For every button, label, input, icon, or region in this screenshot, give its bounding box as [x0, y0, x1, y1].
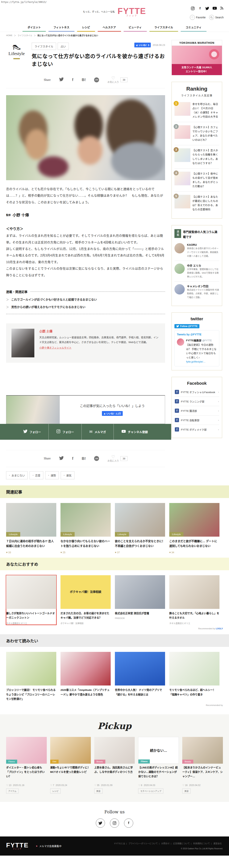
twitter-share-icon[interactable]	[59, 456, 64, 461]
hatena-share-icon[interactable]: B!	[82, 78, 86, 82]
ranking-item[interactable]: 2 【心理テスト】カフェで行っているいちごフェア、あなたが食べたいのはどれ？	[175, 122, 219, 145]
card-tag[interactable]: モチベーションアップ	[138, 788, 163, 794]
hashtag[interactable]: ●恋愛	[30, 471, 43, 479]
hashtag[interactable]: ●おまじない	[6, 471, 28, 479]
serial-author[interactable]: 中井 エリカ大学卒業後、管理栄養士として社員食堂に勤務。SNSで発信する簡単レシ…	[175, 261, 219, 281]
article-tag-uranai[interactable]: 占い	[58, 42, 69, 50]
youtube-subscribe-button[interactable]: チャンネル登録	[114, 424, 156, 440]
ranking-item[interactable]: 5 【心理テスト】あなたが最初に目にしたものは？答えでわかる、あなたの恋愛傾向	[175, 192, 219, 215]
author-photo	[11, 329, 34, 358]
hatena-share-icon[interactable]: B!	[82, 456, 86, 461]
site-logo[interactable]: FYTTEフィッテ	[118, 7, 146, 17]
twitter-follow-button[interactable]: フォロー	[16, 424, 48, 440]
footer-logo[interactable]: FYTTEフィッテ	[6, 842, 29, 850]
sidebar-ad-banner[interactable]: YOKOHAMA MARATHON 女性ランナー先着 10,000人エントリー受…	[171, 40, 222, 75]
related-article-card[interactable]: Lifestyle このままだと彼が不機嫌に… デートに遅刻しても叱られないおま…	[169, 503, 220, 554]
twitter-share-icon[interactable]	[59, 77, 64, 83]
nav-item-fitness[interactable]: フィットネス	[48, 24, 74, 32]
footer-link[interactable]: 運営会社	[213, 842, 222, 845]
breadcrumb-home[interactable]: HOME	[6, 34, 12, 36]
card-tag[interactable]: 美容	[182, 788, 191, 794]
author-name-link[interactable]: 小野 十傳	[39, 330, 52, 333]
rss-icon[interactable]	[220, 6, 224, 10]
pickup-card[interactable]: Beauty 上野水香さん、浅田真央さんに学ぶ、しなやか美ボディのつくり方 ♡ …	[94, 737, 135, 794]
instagram-follow-button[interactable]: フォロー	[48, 424, 81, 440]
nav-item-lifestyle[interactable]: ライフスタイル	[149, 24, 178, 32]
cta-like-button[interactable]: 👍︎ いいね！2.2万	[102, 411, 122, 416]
facebook-share-icon[interactable]: f	[72, 456, 73, 461]
ranking-item[interactable]: 1 幸せを呼び込む、毎日占い！【４月15日（水）の運勢】＃キャメレオン竹田の大予…	[175, 99, 219, 122]
recommend-ad-card[interactable]: 株式会社正林堂 津田氏が登壇 PRIDOOR	[115, 575, 165, 625]
related-link[interactable]: ＞男性からの誘いが増えるかも!?モテモテになるおまじない	[6, 305, 165, 309]
article-title: 気になって仕方がない恋のライバルを彼から遠ざけるおまじない	[32, 53, 165, 68]
read-together-card[interactable]: 世界中から大人気！ ドイツ発のアプリで「続ける」を叶える秘訣とは	[115, 652, 165, 701]
footer-link[interactable]: お問合せ	[161, 842, 170, 845]
recommend-ad-card[interactable]: 飾ることも大切です。「心地よい暮らし」を叶えるタオル タオル直販店ヒオリエ	[169, 575, 220, 625]
read-together-card[interactable]: 2020春コスメ「Amplitude（アンプリチュード）」鮮やかで澄み渡るような…	[61, 652, 111, 701]
recommended-by-logly[interactable]: Recommended by LOGLY	[6, 627, 223, 632]
facebook-page-link[interactable]: fFYTTE ボディメイク部›	[175, 425, 219, 434]
nav-item-recipe[interactable]: レシピ	[77, 24, 95, 32]
ranking-item[interactable]: 3 【心理テスト】恋人からもらった指輪を無くしてしまいました。あなたはどうする？	[175, 145, 219, 168]
pickup-card[interactable]: Diet 運動×ちょいキツで燃焼ボディに！ MCTオイルを使った朝食レシピ ♡ …	[50, 737, 91, 794]
footer-link[interactable]: 利用規約について	[193, 842, 210, 845]
nav-item-healthcare[interactable]: ヘルスケア	[98, 24, 121, 32]
read-together-card[interactable]: モリモリ食べられるほど、超ヘルシー！「塩麹キャベツ」の作り置き	[169, 652, 220, 701]
facebook-page-link[interactable]: fFYTTE 自転車部›	[175, 415, 219, 425]
related-article-card[interactable]: Lifestyle ７日以内に運命の相手が現れる!? 恋人候補に出会うためのおま…	[6, 503, 56, 554]
card-tag[interactable]: 美容	[94, 788, 103, 794]
recommend-ad-card[interactable]: ボクキャバ嬢！法律相談 だまされた次の日、お客の届けを済ませたキャバ嬢。法律でど…	[61, 575, 111, 625]
hashtag[interactable]: ●運気	[61, 471, 74, 479]
footer-link[interactable]: プライバシーポリシーについて	[128, 842, 158, 845]
facebook-share-icon[interactable]: f	[72, 78, 73, 82]
facebook-page-link[interactable]: fFYTTE オフィシャルFacebook›	[175, 388, 219, 397]
twitter-icon[interactable]	[96, 818, 105, 828]
footer-link[interactable]: FYTTEとは	[114, 842, 125, 845]
card-tag[interactable]: レシピ	[50, 788, 61, 794]
serial-author[interactable]: キャメレオン竹田株式会社トウメイ人間製作所 代表取締役。占術家、作家、画家として…	[175, 281, 219, 302]
search-button[interactable]: Search	[209, 15, 224, 20]
youtube-icon[interactable]	[213, 6, 217, 10]
line-share-icon[interactable]: LINE	[94, 456, 99, 461]
card-tag[interactable]: アイテム	[6, 788, 18, 794]
line-share-icon[interactable]: LINE	[94, 78, 99, 82]
nav-item-community[interactable]: コミュニティ	[181, 24, 206, 32]
related-article-card[interactable]: Lifestyle なかなか振り向いてもらえない彼のハートを独り占めにするおまじ…	[61, 503, 111, 554]
ranking-item[interactable]: 4 【心理テスト】夜中にもの音がして目が覚めました。あなたがとった行動は？	[175, 168, 219, 192]
twitter-follow-pill[interactable]: Follow @FYTTE	[175, 324, 199, 328]
footer-link[interactable]: 広告掲載について	[173, 842, 190, 845]
nav-item-beauty[interactable]: ビューティ	[124, 24, 147, 32]
nav-item-diet[interactable]: ダイエット	[23, 24, 46, 32]
instagram-icon[interactable]	[110, 818, 119, 828]
breadcrumb-section[interactable]: ライフスタイル	[17, 34, 32, 37]
related-link[interactable]: ＞これでゴールインが近づくかも!?好きな人と結婚できるおまじない	[6, 297, 165, 301]
tweet-link[interactable]: fytte.jp/lifestyle/…	[186, 360, 205, 363]
article-tag-lifestyle[interactable]: ライフスタイル	[32, 42, 56, 50]
favorite-heart-button[interactable]: ♡お気に入り	[108, 76, 119, 84]
read-together-card[interactable]: ブロッコリーで腸活！ モリモリ食べられるちょう活レシピ「ブロッコリーのハニーレモ…	[6, 652, 56, 701]
pickup-card[interactable]: Fitness ダイエッター・筋トレ初心者も「プロテイン」をとったほうがいい？ …	[6, 737, 47, 794]
facebook-page-link[interactable]: fFYTTE ランニング部›	[175, 397, 219, 406]
share-row-top: Share f B! LINE ♡お気に入り 38	[6, 71, 165, 88]
facebook-icon[interactable]: f	[198, 6, 202, 10]
related-article-card[interactable]: Lifestyle 彼のことを支えられるか不安なときに！不思議と自信がつくおまじ…	[115, 503, 165, 554]
recommend-ad-card-selected[interactable]: 優しさが気持ちいいハイトーンゴールドオーガニックコットン タオル直販店ヒオリエ	[6, 575, 56, 625]
pickup-card[interactable]: Beauty 【松本まりかさんのインナービューティ】保湿ケア、スキンケア、シャン…	[182, 737, 223, 794]
pickup-card[interactable]: 続かない…Fitness 【LINEの美ボディレッスン#6】続かない…運動のモチ…	[138, 737, 179, 794]
twitter-widget[interactable]: Tweets by @FYTTE FYTTE編集部 @FYTTE 【毎日更新】今…	[175, 330, 219, 366]
hashtag[interactable]: ●運勢	[45, 471, 59, 479]
author-site-link[interactable]: 小野十傳オフィシャルサイト	[39, 346, 72, 349]
tweets-by-link[interactable]: Tweets by @FYTTE	[177, 333, 201, 336]
card-date: 2020.04.02	[189, 784, 200, 786]
facebook-like-button[interactable]: 👍︎ いいね！5	[135, 42, 151, 48]
facebook-page-link[interactable]: fFYTTE 腸活部›	[175, 406, 219, 415]
instagram-icon[interactable]	[191, 6, 195, 10]
twitter-icon[interactable]	[205, 6, 209, 10]
newsletter-link[interactable]: ▶メルマガ会員募集中	[36, 844, 62, 848]
serial-author[interactable]: KAORU表参道にある隠れ家サロンのオーナーでカリスマ鍼灸師。美容鍼灸の第一人者…	[175, 240, 219, 261]
facebook-icon[interactable]: f	[124, 818, 133, 828]
favorite-count: 38	[120, 78, 127, 82]
newsletter-button[interactable]: ✉メルマガ	[81, 424, 114, 440]
favorite-heart-button[interactable]: ♡お気に入り	[108, 455, 119, 462]
favorite-button[interactable]: ♡Favorite	[190, 15, 206, 20]
